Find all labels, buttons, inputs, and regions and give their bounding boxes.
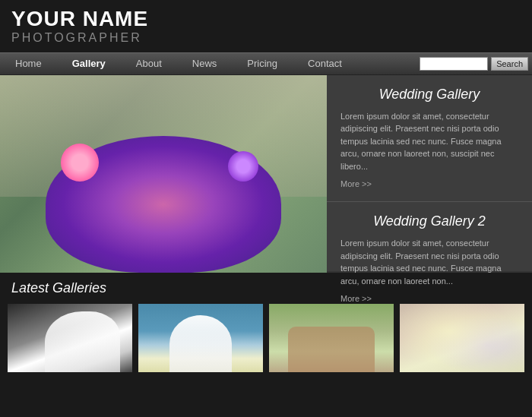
nav-bar: Home Gallery About News Pricing Contact … bbox=[0, 52, 532, 75]
search-input[interactable] bbox=[420, 57, 488, 71]
gallery-panel-1-more[interactable]: More >> bbox=[340, 179, 372, 188]
gallery-panel-2-more[interactable]: More >> bbox=[340, 294, 372, 303]
gallery-thumb-2[interactable] bbox=[138, 304, 263, 372]
site-subtitle: PHOTOGRAPHER bbox=[11, 31, 521, 45]
nav-item-gallery[interactable]: Gallery bbox=[57, 52, 121, 75]
gallery-panel-2: Wedding Gallery 2 Lorem ipsum dolor sit … bbox=[327, 202, 532, 316]
nav-item-news[interactable]: News bbox=[177, 52, 233, 75]
gallery-panel-1-body: Lorem ipsum dolor sit amet, consectetur … bbox=[340, 110, 518, 173]
gallery-panel-2-title: Wedding Gallery 2 bbox=[340, 213, 518, 229]
nav-items: Home Gallery About News Pricing Contact bbox=[0, 52, 420, 75]
hero-section: Wedding Gallery Lorem ipsum dolor sit am… bbox=[0, 75, 532, 273]
nav-item-contact[interactable]: Contact bbox=[293, 52, 357, 75]
nav-item-pricing[interactable]: Pricing bbox=[232, 52, 293, 75]
gallery-panel-1: Wedding Gallery Lorem ipsum dolor sit am… bbox=[327, 75, 532, 203]
bouquet-image bbox=[46, 136, 281, 273]
nav-item-about[interactable]: About bbox=[121, 52, 177, 75]
gallery-grid bbox=[8, 304, 524, 372]
gallery-panel-2-body: Lorem ipsum dolor sit amet, consectetur … bbox=[340, 237, 518, 287]
site-title: YOUR NAME bbox=[11, 8, 521, 31]
main-content: Wedding Gallery Lorem ipsum dolor sit am… bbox=[0, 75, 532, 273]
header: YOUR NAME PHOTOGRAPHER bbox=[0, 0, 532, 52]
gallery-thumb-1[interactable] bbox=[8, 304, 132, 372]
gallery-thumb-4[interactable] bbox=[400, 304, 524, 372]
search-area: Search bbox=[420, 57, 532, 71]
nav-item-home[interactable]: Home bbox=[0, 52, 57, 75]
gallery-panel-1-title: Wedding Gallery bbox=[340, 87, 518, 103]
hero-image bbox=[0, 75, 327, 273]
gallery-thumb-3[interactable] bbox=[269, 304, 394, 372]
hero-content: Wedding Gallery Lorem ipsum dolor sit am… bbox=[327, 75, 532, 271]
search-button[interactable]: Search bbox=[491, 57, 528, 71]
